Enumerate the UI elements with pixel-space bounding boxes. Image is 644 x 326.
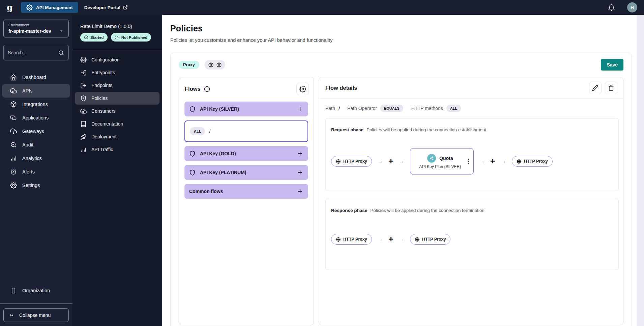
developer-portal-link[interactable]: Developer Portal: [84, 5, 128, 10]
user-avatar[interactable]: H: [627, 2, 637, 12]
kebab-menu-icon[interactable]: ⋮: [465, 160, 471, 163]
api-nav-configuration[interactable]: Configuration: [75, 53, 159, 66]
scrollbar[interactable]: [637, 15, 644, 326]
http-proxy-connector[interactable]: HTTP Proxy: [331, 234, 372, 245]
sidebar-item-alerts[interactable]: Alerts: [2, 165, 70, 179]
quota-policy-card[interactable]: Quota API Key Plan (SILVER) ⋮: [410, 148, 474, 174]
arrow-right-icon: →: [399, 236, 405, 243]
globe-icon: [415, 237, 420, 242]
sidebar-item-applications[interactable]: Applications: [2, 111, 70, 125]
sidebar-item-label: Audit: [22, 142, 33, 147]
flow-group-silver[interactable]: API Key (SILVER): [184, 102, 308, 116]
edit-flow-button[interactable]: [589, 82, 602, 94]
chevron-down-icon: [59, 29, 64, 33]
http-methods-label: HTTP methods: [411, 106, 443, 111]
sidebar-item-analytics[interactable]: Analytics: [2, 152, 70, 165]
sidebar-item-audit[interactable]: Audit: [2, 138, 70, 152]
delete-flow-button[interactable]: [605, 82, 617, 94]
gravitee-logo-icon[interactable]: g: [5, 3, 15, 12]
notifications-button[interactable]: [608, 4, 615, 11]
add-policy-button[interactable]: +: [388, 157, 393, 166]
api-nav-consumers[interactable]: Consumers: [75, 105, 159, 117]
sidebar-item-label: Settings: [22, 183, 40, 188]
building-icon: [10, 287, 17, 294]
status-badge-started: Started: [80, 33, 108, 42]
http-proxy-connector[interactable]: HTTP Proxy: [331, 156, 372, 167]
sidebar-item-organization[interactable]: Organization: [2, 284, 70, 297]
globe-icon: [517, 159, 522, 164]
shield-icon: [189, 151, 196, 157]
arrow-right-icon: →: [377, 158, 383, 165]
plus-icon[interactable]: [297, 106, 303, 112]
http-proxy-connector[interactable]: HTTP Proxy: [512, 156, 553, 167]
api-nav-api-traffic[interactable]: API Traffic: [75, 143, 159, 156]
selected-flow[interactable]: ALL /: [184, 120, 308, 142]
connector-label: HTTP Proxy: [343, 237, 367, 242]
sidebar-item-apis[interactable]: APIs: [2, 84, 70, 98]
save-button[interactable]: Save: [601, 59, 623, 71]
search-box[interactable]: [3, 45, 69, 60]
globe-icon[interactable]: [208, 62, 214, 68]
shield-icon: [189, 106, 196, 112]
plus-icon[interactable]: [297, 188, 303, 195]
quota-policy-icon: [427, 154, 436, 163]
http-proxy-connector[interactable]: HTTP Proxy: [410, 234, 451, 245]
page-subtitle: Policies let you customize and enhance y…: [170, 37, 632, 43]
globe-icon[interactable]: [216, 62, 222, 68]
collapse-menu-button[interactable]: Collapse menu: [3, 308, 69, 322]
flow-details-panel: Flow details Path / Path Operator EQUALS: [319, 77, 623, 325]
api-nav-policies[interactable]: Policies: [75, 92, 159, 105]
api-management-button[interactable]: API Management: [21, 2, 78, 13]
flow-group-label: API Key (GOLD): [200, 151, 292, 156]
external-link-icon: [123, 5, 128, 10]
api-nav-label: Configuration: [91, 57, 119, 62]
api-nav-label: Deployment: [91, 134, 117, 139]
gear-icon: [80, 57, 87, 63]
api-nav-documentation[interactable]: Documentation: [75, 117, 159, 130]
api-nav-label: Documentation: [91, 121, 123, 127]
api-nav-entrypoints[interactable]: Entrypoints: [75, 66, 159, 79]
proxy-tab[interactable]: Proxy: [179, 61, 199, 69]
cloud-icon: [115, 35, 119, 40]
environment-label: Environment: [8, 23, 64, 27]
flow-group-platinum[interactable]: API Key (PLATINUM): [184, 165, 308, 180]
windows-icon: [10, 114, 17, 121]
gear-badge-icon: [26, 4, 33, 11]
sidebar-item-settings[interactable]: Settings: [2, 179, 70, 192]
info-icon[interactable]: [204, 86, 210, 92]
search-input[interactable]: [8, 50, 55, 55]
flows-settings-button[interactable]: [296, 83, 309, 95]
sidebar-divider: [0, 303, 72, 304]
log-in-icon: [80, 70, 87, 76]
environment-value: fr-apim-master-dev: [8, 28, 51, 34]
sidebar-item-dashboard[interactable]: Dashboard: [2, 71, 70, 84]
plus-icon[interactable]: [297, 150, 303, 157]
api-nav-label: Consumers: [91, 108, 116, 114]
page-title: Policies: [170, 24, 632, 33]
policy-studio-card: Proxy Save Flows: [170, 53, 632, 326]
home-icon: [10, 74, 17, 81]
request-phase-box: Request phase Policies will be applied d…: [325, 118, 619, 191]
sidebar-item-integrations[interactable]: Integrations: [2, 98, 70, 111]
flow-group-gold[interactable]: API Key (GOLD): [184, 146, 308, 161]
search-icon: [58, 50, 64, 56]
api-nav-deployment[interactable]: Deployment: [75, 130, 159, 143]
flow-group-label: API Key (SILVER): [200, 106, 292, 112]
sidebar-item-label: Analytics: [22, 156, 42, 161]
environment-selector[interactable]: Environment fr-apim-master-dev: [3, 20, 69, 37]
status-badge-not-published: Not Published: [111, 33, 151, 42]
plus-icon[interactable]: [297, 169, 303, 176]
add-policy-button[interactable]: +: [388, 235, 393, 244]
sidebar-item-label: Integrations: [22, 102, 48, 107]
primary-sidebar: Environment fr-apim-master-dev Dashboard…: [0, 15, 72, 326]
sidebar-item-label: Applications: [22, 115, 49, 120]
bell-icon: [608, 4, 615, 11]
connector-label: HTTP Proxy: [422, 237, 446, 242]
flow-path: /: [209, 129, 210, 134]
add-policy-button[interactable]: +: [490, 157, 495, 166]
path-operator-label: Path Operator: [347, 106, 377, 111]
api-nav-endpoints[interactable]: Endpoints: [75, 79, 159, 92]
sidebar-item-gateways[interactable]: Gateways: [2, 125, 70, 138]
flow-group-common[interactable]: Common flows: [184, 184, 308, 199]
pencil-icon: [592, 85, 598, 91]
